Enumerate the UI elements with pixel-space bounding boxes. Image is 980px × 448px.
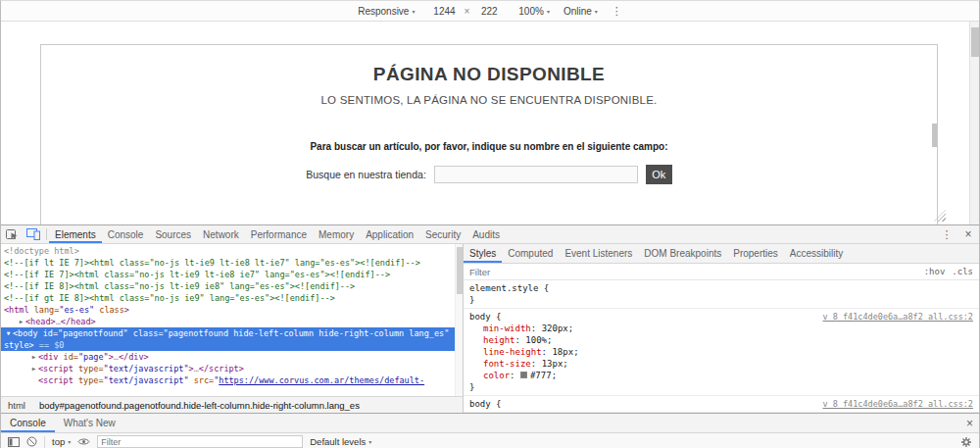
execution-context-select[interactable]: top ▾ [52, 436, 71, 447]
zoom-select[interactable]: 100% ▾ [518, 6, 550, 17]
css-property-value: 18px [552, 347, 573, 357]
drawer-tab-console[interactable]: Console [1, 414, 55, 432]
viewport-height-input[interactable] [473, 4, 505, 18]
drawer-close-icon[interactable]: × [966, 417, 973, 430]
scrollbar-thumb[interactable] [971, 27, 979, 57]
toggle-hover-state-button[interactable]: :hov [924, 267, 946, 276]
devtools-tab-memory[interactable]: Memory [313, 225, 360, 243]
chevron-down-icon: ▾ [547, 8, 550, 15]
clear-console-icon[interactable] [26, 436, 37, 447]
sidebar-tab-accessibility[interactable]: Accessibility [784, 244, 849, 263]
console-sidebar-toggle-icon[interactable] [8, 437, 20, 447]
elements-node-selected[interactable]: ▼<body id="pagenotfound" class="pagenotf… [1, 327, 463, 339]
breadcrumb-item[interactable]: html [8, 400, 25, 411]
viewport-dimensions: × [428, 4, 505, 18]
css-rule-close-brace: } [469, 294, 973, 306]
drawer-tabs: ConsoleWhat's New [1, 414, 124, 432]
devtools-tab-security[interactable]: Security [419, 225, 466, 243]
devtools-tab-application[interactable]: Application [360, 225, 419, 243]
elements-node[interactable]: <!doctype html> [1, 245, 463, 257]
code-token: <!--[if gt IE 8]><html class="no-js ie9"… [4, 293, 335, 303]
sidebar-tab-dom-breakpoints[interactable]: DOM Breakpoints [638, 244, 727, 263]
elements-scrollbar[interactable] [455, 244, 463, 396]
css-property[interactable]: min-width: 320px; [469, 323, 973, 334]
css-selector[interactable]: body { [469, 398, 502, 410]
css-selector[interactable]: body { [469, 311, 502, 323]
elements-node[interactable]: <!--[if IE 7]><html class="no-js lt-ie9 … [1, 269, 463, 280]
elements-node[interactable]: ▶<script type="text/javascript">…</scrip… [1, 363, 463, 374]
elements-scrollbar-thumb[interactable] [457, 247, 463, 294]
devtools-tab-sources[interactable]: Sources [149, 225, 197, 243]
elements-node[interactable]: <script type="text/javascript" src="http… [1, 374, 463, 386]
store-search-input[interactable] [434, 166, 638, 183]
styles-sidebar: StylesComputedEvent ListenersDOM Breakpo… [464, 244, 979, 413]
stylesheet-link[interactable]: v 8 f41c4de0e6a…a8f2 all.css:2 [822, 398, 973, 410]
css-selector[interactable]: element.style { [469, 282, 549, 294]
elements-node[interactable]: <!--[if gt IE 8]><html class="no-js ie9"… [1, 292, 463, 304]
live-expression-eye-icon[interactable] [77, 437, 90, 446]
code-token: id= [38, 328, 58, 338]
toggle-class-button[interactable]: .cls [952, 267, 973, 276]
window-scrollbar[interactable] [969, 22, 979, 224]
breadcrumb-item[interactable]: body#pagenotfound.pagenotfound.hide-left… [39, 400, 360, 411]
devtools-more-icon[interactable]: ⋮ [936, 228, 957, 241]
stylesheet-link[interactable]: v 8 f41c4de0e6a…a8f2 all.css:2 [822, 311, 973, 323]
drawer-tab-what-s-new[interactable]: What's New [55, 414, 124, 432]
console-settings-gear-icon[interactable] [960, 436, 972, 448]
expand-arrow-icon[interactable]: ▶ [29, 363, 38, 374]
css-property-name: font-size [483, 359, 531, 369]
chevron-down-icon: ▾ [412, 8, 415, 15]
search-instruction: Para buscar un artículo, por favor, indi… [41, 141, 937, 152]
css-property[interactable]: font-size: 13px; [469, 358, 973, 370]
code-token: > [124, 305, 129, 315]
css-property-name: line-height [483, 347, 542, 357]
expand-arrow-icon[interactable]: ▶ [17, 316, 25, 327]
color-swatch[interactable] [520, 372, 527, 378]
sidebar-tab-properties[interactable]: Properties [727, 244, 784, 263]
elements-node[interactable]: <!--[if IE 8]><html class="no-js lt-ie9 … [1, 280, 463, 292]
elements-node-selected[interactable]: style> == $0 [1, 339, 463, 351]
log-levels-label: Default levels [310, 436, 366, 447]
device-toolbar-toggle-button[interactable] [23, 225, 44, 243]
code-token: </head> [61, 317, 96, 326]
ok-button[interactable]: Ok [646, 165, 672, 184]
elements-node[interactable]: ▶<div id="page">…</div> [1, 351, 463, 363]
css-property[interactable]: color: #777; [469, 370, 973, 381]
device-type-select[interactable]: Responsive ▾ [358, 6, 415, 17]
code-token: <div [38, 352, 58, 362]
network-throttle-label: Online [564, 6, 592, 17]
inspect-element-button[interactable] [1, 225, 23, 243]
devtools-tab-audits[interactable]: Audits [466, 225, 506, 243]
sidebar-tab-styles[interactable]: Styles [464, 244, 502, 263]
devtools-tab-performance[interactable]: Performance [245, 225, 313, 243]
page-scrollbar-thumb[interactable] [932, 124, 937, 147]
code-token: == $0 [34, 340, 65, 350]
code-token: <body [13, 328, 38, 338]
css-property[interactable]: line-height: 18px; [469, 346, 973, 358]
devtools-tab-network[interactable]: Network [197, 225, 245, 243]
expand-arrow-icon[interactable]: ▶ [29, 351, 38, 363]
sidebar-tab-computed[interactable]: Computed [502, 244, 559, 263]
styles-filter-toggles: :hov .cls [924, 267, 973, 276]
devtools-tab-console[interactable]: Console [102, 225, 150, 243]
collapse-arrow-icon[interactable]: ▼ [4, 327, 13, 339]
elements-breadcrumb: htmlbody#pagenotfound.pagenotfound.hide-… [1, 396, 463, 413]
elements-node[interactable]: <!--[if lt IE 7]><html class="no-js lt-i… [1, 257, 463, 269]
network-throttle-select[interactable]: Online ▾ [564, 6, 598, 17]
code-token: "pagenotfound" [58, 328, 128, 338]
code-token: <!--[if IE 8]><html class="no-js lt-ie9 … [4, 281, 355, 291]
sidebar-tab-event-listeners[interactable]: Event Listeners [559, 244, 638, 263]
styles-filter-input[interactable] [469, 267, 924, 277]
elements-node[interactable]: <html lang="es-es" class> [1, 304, 463, 316]
console-filter-input[interactable] [97, 435, 303, 448]
viewport-width-input[interactable] [428, 4, 460, 18]
device-toolbar-more-icon[interactable]: ⋮ [612, 5, 622, 18]
elements-node[interactable]: ▶<head>…</head> [1, 316, 463, 327]
log-levels-select[interactable]: Default levels ▾ [310, 436, 371, 447]
code-token: <head> [25, 317, 56, 326]
devtools-close-icon[interactable]: × [957, 227, 979, 241]
css-rule-close-brace: } [469, 381, 973, 393]
devtools-tab-elements[interactable]: Elements [49, 225, 102, 243]
devtools-panel: ElementsConsoleSourcesNetworkPerformance… [1, 224, 979, 413]
css-property[interactable]: height: 100%; [469, 334, 973, 346]
